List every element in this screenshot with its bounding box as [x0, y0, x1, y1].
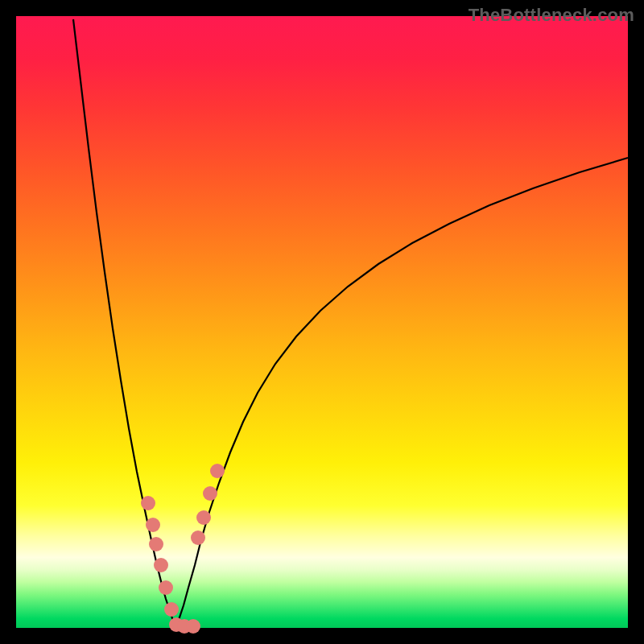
watermark-text: TheBottleneck.com [469, 5, 634, 26]
highlight-marker [164, 602, 179, 617]
bottleneck-chart [0, 0, 644, 644]
highlight-marker [149, 537, 163, 551]
highlight-marker [154, 558, 168, 572]
highlight-marker [141, 496, 155, 510]
highlight-marker [146, 518, 160, 532]
highlight-marker [186, 619, 200, 634]
chart-root: TheBottleneck.com [0, 0, 644, 644]
gradient-background [16, 16, 628, 628]
highlight-marker [196, 510, 211, 525]
highlight-marker [191, 530, 205, 545]
highlight-marker [203, 486, 217, 501]
highlight-marker [210, 464, 225, 478]
highlight-marker [159, 580, 173, 595]
